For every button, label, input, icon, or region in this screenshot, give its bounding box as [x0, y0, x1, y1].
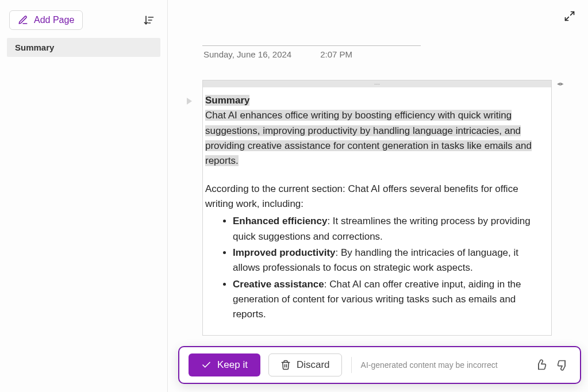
- date-row: Sunday, June 16, 2024 2:07 PM: [202, 49, 554, 59]
- summary-heading: Summary: [205, 95, 249, 106]
- ai-action-bar: Keep it Discard AI-generated content may…: [178, 346, 581, 384]
- ai-disclaimer: AI-generated content may be incorrect: [361, 360, 525, 370]
- expand-button[interactable]: [564, 10, 575, 22]
- note-resize-handle[interactable]: ◂▸: [557, 80, 564, 87]
- thumbs-down-button[interactable]: [555, 357, 571, 373]
- feedback-group: [533, 357, 571, 373]
- note-drag-handle[interactable]: ···· ◂▸: [203, 80, 551, 87]
- list-item: Improved productivity: By handling the i…: [233, 245, 543, 276]
- page-item-label: Summary: [15, 43, 54, 52]
- note-marker-icon: [185, 96, 195, 106]
- thumbs-up-button[interactable]: [533, 357, 549, 373]
- page-item-summary[interactable]: Summary: [7, 38, 160, 57]
- divider: [351, 357, 352, 373]
- sidebar-header: Add Page: [7, 10, 160, 30]
- main-content: Sunday, June 16, 2024 2:07 PM ···· ◂▸: [168, 0, 588, 392]
- edit-icon: [18, 15, 28, 25]
- note-outer: ···· ◂▸ Summary Chat AI enhances office …: [202, 80, 554, 336]
- app-root: Add Page Summary: [0, 0, 588, 392]
- thumbs-down-icon: [557, 359, 568, 371]
- discard-label: Discard: [297, 359, 330, 371]
- note-time: 2:07 PM: [320, 49, 352, 59]
- check-icon: [201, 360, 212, 370]
- note-date: Sunday, June 16, 2024: [203, 49, 291, 59]
- bullet-title: Improved productivity: [233, 247, 336, 258]
- section-intro: According to the current section: Chat A…: [205, 182, 543, 212]
- list-item: Creative assistance: Chat AI can offer c…: [233, 277, 543, 322]
- thumbs-up-icon: [535, 359, 547, 371]
- add-page-button[interactable]: Add Page: [9, 10, 83, 30]
- sidebar: Add Page Summary: [0, 0, 168, 392]
- expand-icon: [564, 10, 575, 22]
- summary-text: Chat AI enhances office writing by boost…: [205, 110, 532, 166]
- trash-icon: [280, 360, 291, 370]
- discard-button[interactable]: Discard: [268, 353, 342, 376]
- sort-icon: [143, 14, 155, 26]
- page-title-input[interactable]: [202, 26, 421, 46]
- bullet-title: Enhanced efficiency: [233, 216, 327, 226]
- bullet-list: Enhanced efficiency: It streamlines the …: [205, 214, 543, 322]
- title-block: Sunday, June 16, 2024 2:07 PM ···· ◂▸: [202, 26, 577, 336]
- sort-button[interactable]: [140, 11, 158, 29]
- add-page-label: Add Page: [34, 15, 74, 25]
- note-body[interactable]: Summary Chat AI enhances office writing …: [203, 87, 551, 335]
- keep-label: Keep it: [217, 359, 248, 371]
- bullet-title: Creative assistance: [233, 279, 324, 290]
- keep-button[interactable]: Keep it: [189, 353, 260, 376]
- page-list: Summary: [7, 38, 160, 57]
- list-item: Enhanced efficiency: It streamlines the …: [233, 214, 543, 244]
- note-container[interactable]: ···· ◂▸ Summary Chat AI enhances office …: [202, 80, 552, 336]
